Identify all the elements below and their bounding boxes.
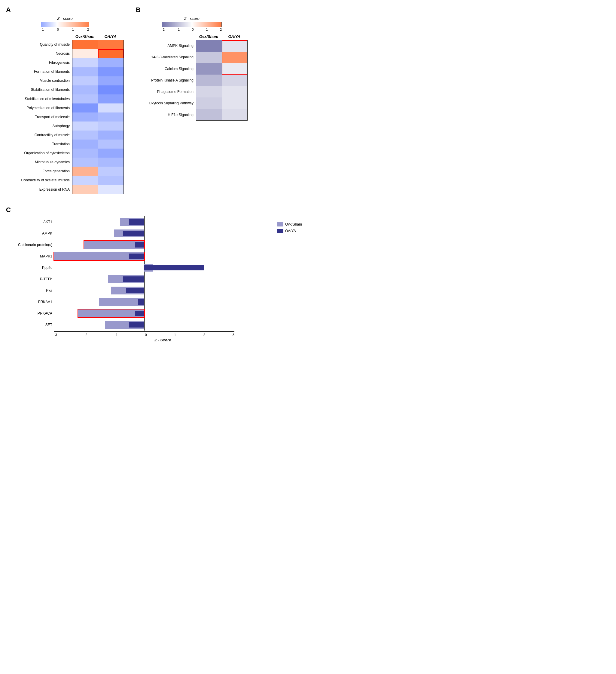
cell-b-5-ovx (196, 97, 222, 109)
bar-chart-container: AKT1AMPKCalcineurin protein(s)MAPK1Ppp2c… (6, 216, 302, 342)
bar-area-c-1 (54, 228, 235, 239)
colorbar-b-ticks: -2 -1 0 1 2 (162, 28, 222, 31)
bar-row-c-4: Ppp2c (6, 262, 271, 273)
cell-b-6-ovx (196, 109, 222, 120)
bar-oa-2 (135, 242, 144, 247)
x-tick-6: 3 (233, 333, 235, 337)
bar-area-c-8 (54, 308, 235, 319)
cell-a-11-oa (98, 139, 124, 148)
x-axis-labels: -3 -2 -1 0 1 2 3 (54, 333, 235, 337)
legend-oa-label: OA/YA (285, 229, 296, 233)
heatmap-row-a-8 (72, 112, 124, 121)
row-label-b-5: Oxytocin Signaling Pathway (136, 98, 195, 109)
bar-oa-9 (129, 322, 144, 328)
cell-a-3-ovx (72, 68, 98, 76)
bar-label-c-9: SET (6, 323, 54, 327)
cell-b-4-ovx (196, 86, 222, 97)
cell-a-14-oa (98, 166, 124, 176)
bar-area-c-3 (54, 250, 235, 262)
heatmap-row-a-0 (72, 40, 124, 49)
row-label-a-9: Autophagy (6, 121, 71, 130)
zero-line-1 (144, 228, 145, 239)
row-labels-a: Quantity of muscleNecrosisFibrogenesisFo… (6, 40, 71, 194)
bar-row-c-9: SET (6, 319, 271, 331)
x-tick-2: -1 (115, 333, 118, 337)
zero-line-9 (144, 319, 145, 331)
col-header-oa-b: OA/YA (221, 34, 247, 39)
bar-row-c-8: PRKACA (6, 308, 271, 319)
zero-line-7 (144, 296, 145, 308)
row-label-b-4: Phagosome Formation (136, 86, 195, 97)
bar-row-c-3: MAPK1 (6, 250, 271, 262)
cell-a-8-ovx (72, 112, 98, 121)
heatmap-b-col-headers: Ovx/Sham OA/YA (196, 34, 248, 39)
cell-a-6-ovx (72, 94, 98, 103)
heatmap-row-a-3 (72, 68, 124, 76)
colorbar-a-canvas (41, 22, 89, 27)
row-label-a-8: Transport of molecule (6, 112, 71, 121)
heatmap-row-a-5 (72, 85, 124, 94)
row-label-b-0: AMPK Signaling (136, 40, 195, 51)
row-label-a-12: Organization of cytoskeleton (6, 148, 71, 157)
tick-b-3: 1 (206, 28, 208, 31)
row-label-a-0: Quantity of muscle (6, 40, 71, 49)
cell-a-9-oa (98, 121, 124, 130)
heatmap-row-a-14 (72, 166, 124, 176)
legend-ovx-label: Ovx/Sham (285, 222, 302, 226)
x-tick-4: 1 (174, 333, 176, 337)
colorbar-b-title: Z - score (184, 16, 199, 21)
heatmap-row-a-10 (72, 130, 124, 139)
colorbar-a: Z - score -1 0 1 2 (6, 16, 124, 31)
bar-label-c-8: PRKACA (6, 311, 54, 316)
heatmap-row-a-15 (72, 176, 124, 185)
heatmap-row-b-4 (196, 86, 247, 97)
row-label-a-15: Contractility of skeletal muscle (6, 176, 71, 185)
cell-b-2-ovx (196, 63, 222, 75)
cell-a-15-oa (98, 176, 124, 185)
panel-a: A Z - score -1 0 1 2 Ovx/Sham OA/YA (6, 6, 124, 194)
cell-a-0-oa (98, 40, 124, 49)
row-label-a-6: Stabilization of microtubules (6, 94, 71, 103)
cell-a-9-ovx (72, 121, 98, 130)
cell-a-8-oa (98, 112, 124, 121)
zero-line-8 (144, 308, 145, 319)
bar-area-c-9 (54, 319, 235, 331)
col-header-ovx-a: Ovx/Sham (72, 34, 98, 39)
cell-a-4-oa (98, 76, 124, 85)
heatmap-row-b-6 (196, 109, 247, 120)
bar-row-c-7: PRKAA1 (6, 296, 271, 308)
cell-a-10-ovx (72, 130, 98, 139)
tick-a-0: -1 (41, 28, 44, 31)
heatmap-row-b-2 (196, 63, 247, 75)
zero-line-3 (144, 250, 145, 262)
heatmap-row-a-4 (72, 76, 124, 85)
cell-a-5-ovx (72, 85, 98, 94)
legend-oa: OA/YA (277, 229, 302, 233)
cell-b-2-oa (222, 63, 247, 75)
bar-oa-6 (126, 288, 144, 293)
heatmap-row-b-3 (196, 75, 247, 86)
cell-a-5-oa (98, 85, 124, 94)
bar-oa-7 (138, 299, 144, 305)
tick-a-3: 2 (87, 28, 89, 31)
cell-a-13-ovx (72, 157, 98, 166)
zero-line-5 (144, 273, 145, 285)
bar-area-c-7 (54, 296, 235, 308)
bar-label-c-3: MAPK1 (6, 254, 54, 258)
row-label-a-3: Formation of filaments (6, 67, 71, 76)
heatmap-b-body: AMPK Signaling14-3-3-mediated SignalingC… (136, 40, 248, 121)
panel-c-label: C (6, 206, 302, 214)
heatmap-row-a-12 (72, 148, 124, 157)
row-label-b-3: Protein Kinase A Signaling (136, 75, 195, 86)
cell-a-15-ovx (72, 176, 98, 185)
bar-oa-8 (135, 311, 144, 316)
row-label-a-11: Translation (6, 139, 71, 148)
colorbar-a-title: Z - score (57, 16, 72, 21)
x-tick-0: -3 (54, 333, 57, 337)
tick-b-1: -1 (177, 28, 180, 31)
bar-label-c-1: AMPK (6, 231, 54, 235)
bar-row-c-1: AMPK (6, 228, 271, 239)
heatmap-row-b-1 (196, 52, 247, 63)
cell-a-12-oa (98, 148, 124, 157)
x-tick-3: 0 (145, 333, 147, 337)
